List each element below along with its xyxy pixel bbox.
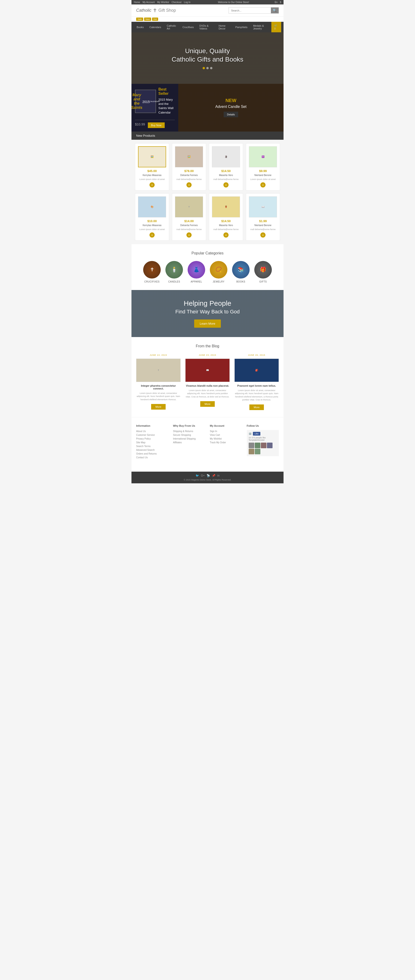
google-plus-icon[interactable]: G+ [201,474,205,477]
footer-contact[interactable]: Contact Us [136,456,169,459]
dot-3[interactable] [210,67,212,69]
avatar [249,449,254,454]
help-banner: Helping People Find Their Way Back to Go… [132,290,283,337]
bestseller-title: 2015 Mary and the Saints Wall Calendar [158,98,175,115]
product-image: 🖼️ [175,146,203,167]
footer-affiliates[interactable]: Affiliates [173,441,205,444]
blog-more-button-1[interactable]: More [151,404,165,410]
fb-like-button[interactable]: Like [253,432,261,436]
facebook-follow-box: 🏢 Like 10 373 people like TemplateMonste… [247,430,279,456]
learn-more-button[interactable]: Learn More [194,320,221,328]
blog-date-1: JUNE 13, 2015 [136,354,181,356]
add-to-cart-button[interactable]: + [260,182,266,188]
footer-customer-service[interactable]: Customer Service [136,434,169,436]
add-to-cart-button[interactable]: + [149,232,155,237]
category-label-books: BOOKS [236,280,245,283]
blog-image-2: 📖 [185,359,230,382]
footer-privacy[interactable]: Privacy Policy [136,438,169,440]
footer-social-icons: 🐦 G+ 📡 📌 in [134,474,281,477]
blog-more-button-3[interactable]: More [250,404,264,410]
add-to-cart-button[interactable]: + [223,182,229,188]
category-crucifixes[interactable]: ✝ CRUCIFIXES [143,261,161,283]
nav-calendars[interactable]: Calendars [147,24,164,31]
cart-icon[interactable]: 🛒 0 [271,22,281,32]
nav-home[interactable]: Home [134,1,140,3]
blog-post-title-2: Vivamus blandit nulla non placerat. [185,384,230,387]
category-label-candles: CANDLES [168,280,180,283]
logo[interactable]: Catholic ✝ Gift Shop [136,8,176,14]
search-form: 🔍 [229,7,279,14]
footer-sitemap[interactable]: Site Map [136,441,169,444]
footer-international[interactable]: International Shipping [173,438,205,440]
language-selector[interactable]: En [275,1,277,3]
product-name: Niertand Berone [249,224,277,227]
nav-account[interactable]: My Account [143,1,155,3]
footer-orders-returns[interactable]: Orders and Returns [136,452,169,455]
footer-track-order[interactable]: Track My Order [210,441,242,444]
product-name: Deloerta Fermes [175,174,203,177]
footer-col4-title: Follow Us [247,424,279,427]
category-apparel[interactable]: 👗 APPAREL [188,261,205,283]
search-input[interactable] [229,8,271,13]
nav-medals[interactable]: Medals & Jewelry [250,22,271,32]
category-label-crucifixes: CRUCIFIXES [144,280,160,283]
product-image: ✝ [175,196,203,218]
nav-wishlist[interactable]: My Wishlist [157,1,169,3]
details-button[interactable]: Details [224,111,238,117]
top-bar-links: Home My Account My Wishlist Checkout Log… [134,1,192,3]
category-jewelry[interactable]: 📿 JEWELRY [210,261,227,283]
blog-image-3: 🎒 [234,359,279,382]
blog-post-2: JUNE 23, 2015 📖 Vivamus blandit nulla no… [185,354,230,410]
nav-books[interactable]: Books [134,24,147,31]
footer-signin[interactable]: Sign In [210,430,242,433]
nav-login[interactable]: Log In [184,1,191,3]
dot-1[interactable] [203,67,205,69]
nav-checkout[interactable]: Checkout [172,1,181,3]
footer-my-wishlist[interactable]: My Wishlist [210,438,242,440]
avatar [261,442,266,448]
add-to-cart-button[interactable]: + [149,182,155,188]
search-button[interactable]: 🔍 [271,8,278,13]
badge-sale: Sale [136,18,143,21]
pinterest-icon[interactable]: 📌 [212,474,215,477]
category-circle-jewelry: 📿 [210,261,227,278]
buy-now-button[interactable]: Buy Now [148,123,165,128]
product-desc: Lorem ipsum dolor sit amet [138,228,166,231]
category-candles[interactable]: 🕯️ CANDLES [165,261,183,283]
twitter-icon[interactable]: 🐦 [196,474,199,477]
blog-post-text-1: Lorem ipsum dolor sit amet, consectetur … [136,392,181,401]
footer-view-cart[interactable]: View Cart [210,434,242,436]
footer-about[interactable]: About Us [136,430,169,433]
add-to-cart-button[interactable]: + [186,182,192,188]
category-circle-candles: 🕯️ [165,261,183,278]
add-to-cart-button[interactable]: + [186,232,192,237]
rss-icon[interactable]: 📡 [207,474,210,477]
add-to-cart-button[interactable]: + [260,232,266,237]
product-name: Maserta Vero [212,174,240,177]
footer-search-terms[interactable]: Search Terms [136,445,169,447]
header: Catholic ✝ Gift Shop 🔍 [132,5,283,17]
product-name: Deloerta Fermes [175,224,203,227]
footer-secure[interactable]: Secure Shopping [173,434,205,436]
add-to-cart-button[interactable]: + [223,232,229,237]
footer-col-account: My Account Sign In View Cart My Wishlist… [210,424,242,460]
footer-advanced-search[interactable]: Advanced Search [136,449,169,451]
dot-2[interactable] [206,67,209,69]
nav-pamphlets[interactable]: Pamphlets [232,24,250,31]
nav-catholic-art[interactable]: Catholic Art [164,22,180,32]
featured-new-product: NEW Advent Candle Set Details [178,84,283,132]
product-price: $9.99 [249,169,277,173]
blog-grid: JUNE 13, 2015 ✝ Integer pharetra consect… [136,354,279,410]
footer-shipping[interactable]: Shipping & Returns [173,430,205,433]
nav-home-decor[interactable]: Home Decor [216,22,232,32]
product-price: $14.50 [212,219,240,223]
category-gifts[interactable]: 🎁 GIFTS [254,261,272,283]
nav-dvds[interactable]: DVDs & Videos [197,22,216,32]
linkedin-icon[interactable]: in [217,474,219,477]
currency-selector[interactable]: $ [280,1,281,3]
nav-crucifixes[interactable]: Crucifixes [180,24,197,31]
blog-post-text-3: Lorem ipsum dolor sit amet, consectetur … [234,389,279,402]
product-desc: mall deloerta@some ferme [249,228,277,231]
blog-more-button-2[interactable]: More [200,401,215,407]
category-books[interactable]: 📚 BOOKS [232,261,250,283]
